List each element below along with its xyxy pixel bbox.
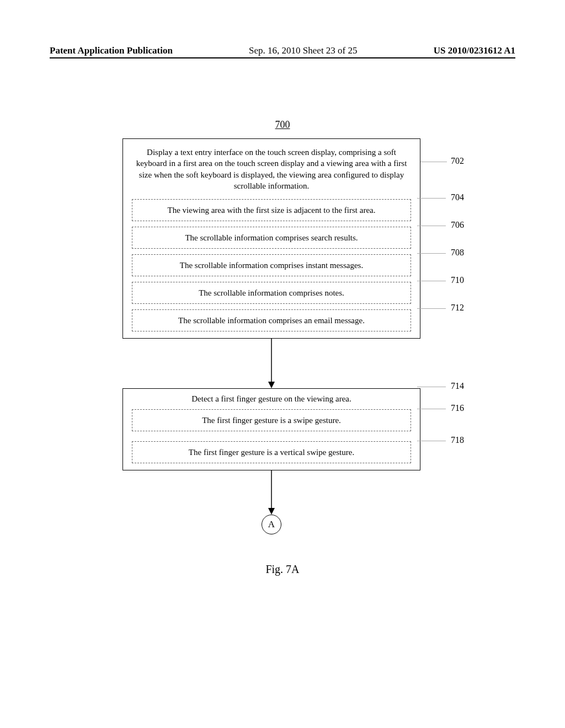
figure-caption: Fig. 7A bbox=[50, 563, 515, 576]
label-708: 708 bbox=[451, 248, 464, 258]
label-716: 716 bbox=[451, 403, 464, 413]
arrow-down-icon bbox=[266, 470, 277, 515]
leader-710 bbox=[417, 281, 446, 281]
arrow-2 bbox=[122, 470, 420, 515]
sub-step-708: The scrollable information comprises ins… bbox=[132, 254, 411, 276]
sub-step-718: The first finger gesture is a vertical s… bbox=[132, 441, 411, 463]
label-712: 712 bbox=[451, 303, 464, 313]
svg-marker-1 bbox=[268, 382, 275, 388]
leader-714 bbox=[417, 387, 446, 387]
label-706: 706 bbox=[451, 220, 464, 230]
leader-702 bbox=[420, 162, 447, 162]
sub-step-716: The first finger gesture is a swipe gest… bbox=[132, 409, 411, 431]
label-718: 718 bbox=[451, 435, 464, 445]
header-left: Patent Application Publication bbox=[50, 45, 173, 56]
sub-step-706: The scrollable information comprises sea… bbox=[132, 227, 411, 249]
label-704: 704 bbox=[451, 192, 464, 202]
leader-712 bbox=[417, 308, 446, 309]
patent-page: Patent Application Publication Sep. 16, … bbox=[0, 0, 565, 728]
connector-wrap: A bbox=[122, 515, 420, 534]
sub-step-712: The scrollable information comprises an … bbox=[132, 309, 411, 331]
flowchart-canvas: Display a text entry interface on the to… bbox=[73, 138, 492, 534]
flow-step-702: Display a text entry interface on the to… bbox=[122, 138, 420, 339]
header-right: US 2010/0231612 A1 bbox=[434, 45, 515, 56]
offpage-connector-a: A bbox=[262, 515, 281, 534]
leader-704 bbox=[417, 198, 446, 199]
svg-marker-3 bbox=[268, 508, 275, 515]
page-header: Patent Application Publication Sep. 16, … bbox=[50, 45, 515, 58]
sub-step-710: The scrollable information comprises not… bbox=[132, 282, 411, 304]
leader-716 bbox=[417, 409, 446, 409]
label-710: 710 bbox=[451, 275, 464, 285]
leader-708 bbox=[417, 253, 446, 254]
label-702: 702 bbox=[451, 156, 464, 166]
label-714: 714 bbox=[451, 381, 464, 391]
arrow-down-icon bbox=[266, 339, 277, 388]
header-mid: Sep. 16, 2010 Sheet 23 of 25 bbox=[249, 45, 357, 56]
sub-step-704: The viewing area with the first size is … bbox=[132, 199, 411, 221]
leader-706 bbox=[417, 226, 446, 226]
leader-718 bbox=[417, 441, 446, 441]
arrow-1 bbox=[122, 339, 420, 388]
step-714-text: Detect a first finger gesture on the vie… bbox=[129, 394, 414, 407]
flow-step-714: Detect a first finger gesture on the vie… bbox=[122, 388, 420, 470]
step-702-text: Display a text entry interface on the to… bbox=[129, 144, 414, 194]
figure-number: 700 bbox=[50, 119, 515, 131]
